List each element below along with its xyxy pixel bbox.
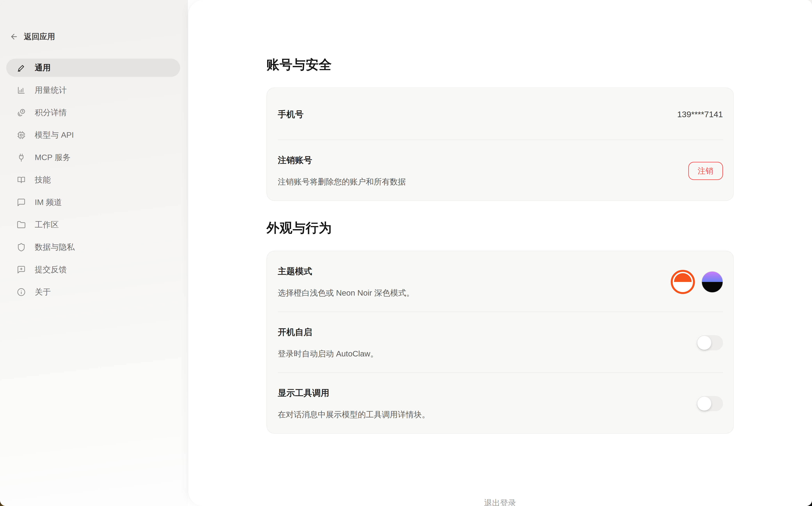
theme-swatch-light-selected[interactable] <box>671 270 695 294</box>
theme-swatch-light-preview <box>674 273 691 291</box>
sidebar-item-label: 技能 <box>35 174 51 185</box>
phone-number-row: 手机号 139****7141 <box>267 88 733 140</box>
plug-icon <box>17 153 26 162</box>
delete-account-description: 注销账号将删除您的账户和所有数据 <box>278 176 406 187</box>
show-tool-calls-description: 在对话消息中展示模型的工具调用详情块。 <box>278 409 430 420</box>
launch-at-login-label: 开机自启 <box>278 326 378 338</box>
logout-button[interactable]: 退出登录 <box>484 498 516 506</box>
show-tool-calls-toggle[interactable] <box>697 396 723 411</box>
delete-account-text: 注销账号 注销账号将删除您的账户和所有数据 <box>278 154 406 187</box>
sidebar-item-usage-stats[interactable]: 用量统计 <box>6 81 180 99</box>
toggle-knob <box>697 336 711 350</box>
account-security-card: 手机号 139****7141 注销账号 注销账号将删除您的账户和所有数据 注销 <box>267 88 734 201</box>
sidebar: 返回应用 通用 用量统计 积分详情 <box>0 0 188 506</box>
sidebar-item-workspace[interactable]: 工作区 <box>6 216 180 234</box>
show-tool-calls-label: 显示工具调用 <box>278 387 430 399</box>
theme-mode-label: 主题模式 <box>278 266 414 277</box>
sidebar-item-models-api[interactable]: 模型与 API <box>6 126 180 144</box>
sidebar-item-credits[interactable]: 积分详情 <box>6 103 180 122</box>
cpu-icon <box>17 131 26 140</box>
sidebar-item-label: IM 频道 <box>35 197 62 208</box>
main-panel: 账号与安全 手机号 139****7141 注销账号 注销账号将删除您的账户和所… <box>188 0 812 506</box>
sidebar-item-feedback[interactable]: 提交反馈 <box>6 260 180 279</box>
coins-icon <box>17 108 26 117</box>
toggle-knob <box>697 397 711 411</box>
phone-number-value: 139****7141 <box>677 109 723 119</box>
theme-mode-row: 主题模式 选择橙白浅色或 Neon Noir 深色模式。 <box>267 251 733 312</box>
theme-swatch-neon-noir[interactable] <box>702 271 723 293</box>
sidebar-item-data-privacy[interactable]: 数据与隐私 <box>6 238 180 256</box>
theme-mode-text: 主题模式 选择橙白浅色或 Neon Noir 深色模式。 <box>278 266 414 298</box>
folder-icon <box>17 220 26 229</box>
book-open-icon <box>17 175 26 184</box>
delete-account-button[interactable]: 注销 <box>688 162 723 180</box>
phone-number-label: 手机号 <box>278 109 304 120</box>
message-square-plus-icon <box>17 265 26 274</box>
info-icon <box>17 287 26 297</box>
launch-at-login-toggle[interactable] <box>697 335 723 350</box>
sidebar-item-label: MCP 服务 <box>35 152 71 163</box>
sidebar-item-label: 工作区 <box>35 219 59 230</box>
settings-window: 返回应用 通用 用量统计 积分详情 <box>0 0 812 506</box>
sidebar-item-mcp-services[interactable]: MCP 服务 <box>6 148 180 167</box>
launch-at-login-text: 开机自启 登录时自动启动 AutoClaw。 <box>278 326 378 359</box>
show-tool-calls-text: 显示工具调用 在对话消息中展示模型的工具调用详情块。 <box>278 387 430 420</box>
theme-swatches <box>671 270 723 294</box>
appearance-behavior-card: 主题模式 选择橙白浅色或 Neon Noir 深色模式。 开机自启 登录时自动 <box>267 251 734 434</box>
settings-content: 账号与安全 手机号 139****7141 注销账号 注销账号将删除您的账户和所… <box>267 0 734 506</box>
arrow-left-icon <box>10 32 18 41</box>
sidebar-item-label: 模型与 API <box>35 130 74 141</box>
sidebar-item-skills[interactable]: 技能 <box>6 171 180 189</box>
section-title-appearance-behavior: 外观与行为 <box>267 219 734 237</box>
sidebar-item-label: 提交反馈 <box>35 264 67 275</box>
delete-account-label: 注销账号 <box>278 154 406 166</box>
show-tool-calls-row: 显示工具调用 在对话消息中展示模型的工具调用详情块。 <box>267 373 733 433</box>
section-title-account-security: 账号与安全 <box>267 56 734 74</box>
sidebar-item-about[interactable]: 关于 <box>6 283 180 301</box>
sidebar-item-label: 关于 <box>35 287 51 298</box>
theme-mode-description: 选择橙白浅色或 Neon Noir 深色模式。 <box>278 287 414 298</box>
back-to-app-button[interactable]: 返回应用 <box>10 31 188 42</box>
sidebar-item-label: 通用 <box>35 62 51 73</box>
shield-icon <box>17 243 26 252</box>
launch-at-login-description: 登录时自动启动 AutoClaw。 <box>278 348 378 359</box>
sidebar-item-label: 用量统计 <box>35 85 67 96</box>
sidebar-item-label: 积分详情 <box>35 107 67 118</box>
launch-at-login-row: 开机自启 登录时自动启动 AutoClaw。 <box>267 312 733 372</box>
sidebar-item-label: 数据与隐私 <box>35 242 75 253</box>
chart-column-icon <box>17 86 26 95</box>
sidebar-nav: 通用 用量统计 积分详情 模型与 API <box>0 59 188 301</box>
sidebar-item-general[interactable]: 通用 <box>6 59 180 77</box>
pencil-icon <box>17 63 26 72</box>
message-square-icon <box>17 198 26 207</box>
sidebar-item-im-channels[interactable]: IM 频道 <box>6 193 180 212</box>
delete-account-row: 注销账号 注销账号将删除您的账户和所有数据 注销 <box>267 140 733 200</box>
back-to-app-label: 返回应用 <box>24 31 55 42</box>
